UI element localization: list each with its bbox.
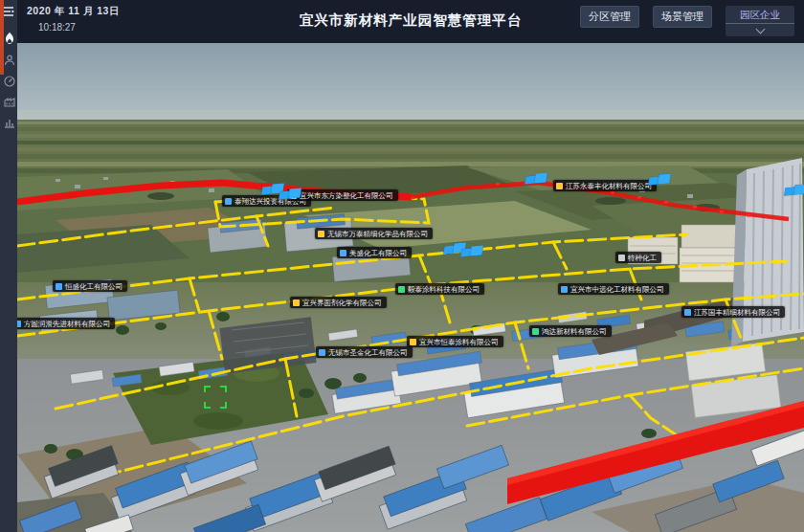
- factory-marker-icon: [398, 286, 405, 293]
- highlighted-building-marker[interactable]: [525, 173, 548, 186]
- company-label-text: 方圆润滑先进材料有限公司: [24, 320, 110, 328]
- company-label-text: 宜兴市中远化工材料有限公司: [570, 285, 664, 294]
- company-label[interactable]: 无锡市万泰精细化学品有限公司: [315, 228, 433, 239]
- company-label-text: 特种化工: [628, 254, 657, 262]
- company-label-text: 无锡市万泰精细化学品有限公司: [327, 230, 428, 238]
- user-icon[interactable]: [2, 53, 16, 67]
- factory-icon[interactable]: [2, 94, 16, 108]
- flame-icon[interactable]: [2, 31, 16, 45]
- company-label[interactable]: 宜兴市恒泰涂料有限公司: [407, 336, 503, 347]
- company-label[interactable]: 鸿达新材料有限公司: [529, 325, 612, 337]
- company-label[interactable]: 特种化工: [615, 252, 661, 263]
- highlighted-building-marker[interactable]: [461, 246, 484, 258]
- left-sidebar: [0, 0, 17, 532]
- zone-management-button[interactable]: 分区管理: [580, 6, 639, 28]
- company-label[interactable]: 江苏永泰丰化材料有限公司: [553, 180, 657, 191]
- factory-marker-icon: [532, 328, 539, 335]
- company-label-text: 江苏国丰精细材料有限公司: [694, 308, 780, 317]
- company-label-text: 江苏永泰丰化材料有限公司: [566, 182, 652, 190]
- chevron-down-icon: [755, 25, 765, 34]
- company-label[interactable]: 宜兴市中远化工材料有限公司: [558, 283, 669, 295]
- company-label[interactable]: 方圆润滑先进材料有限公司: [17, 318, 115, 329]
- company-label[interactable]: 恒盛化工有限公司: [53, 280, 127, 292]
- highlighted-building-marker[interactable]: [279, 188, 302, 201]
- company-label-text: 毅泰涂料科技有限公司: [408, 285, 480, 294]
- factory-marker-icon: [340, 250, 346, 256]
- company-label[interactable]: 毅泰涂料科技有限公司: [395, 283, 484, 295]
- factory-marker-icon: [17, 321, 21, 327]
- factory-marker-icon: [410, 339, 416, 345]
- factory-marker-icon: [319, 349, 325, 356]
- label-layer: 泰翔达兴投资有限公司宜兴市东方染整化工有限公司无锡市万泰精细化学品有限公司美盛化…: [17, 43, 804, 532]
- factory-marker-icon: [684, 309, 691, 316]
- highlighted-building-marker[interactable]: [649, 174, 672, 187]
- factory-marker-icon: [556, 183, 563, 189]
- company-label-text: 美盛化工有限公司: [349, 249, 407, 257]
- bar-chart-icon[interactable]: [2, 115, 16, 129]
- company-label-text: 宜兴市东方染整化工有限公司: [300, 191, 393, 200]
- header-actions: 分区管理 场景管理 园区企业: [580, 6, 794, 36]
- menu-icon[interactable]: [2, 4, 16, 18]
- gauge-icon[interactable]: [2, 74, 16, 88]
- company-label[interactable]: 宜兴市东方染整化工有限公司: [287, 189, 398, 201]
- park-enterprise-dropdown[interactable]: 园区企业: [726, 6, 794, 36]
- company-label[interactable]: 无锡市圣金化工有限公司: [316, 346, 413, 358]
- factory-marker-icon: [618, 255, 625, 261]
- factory-marker-icon: [318, 231, 324, 237]
- company-label[interactable]: 宜兴界面剂化学有限公司: [290, 297, 387, 308]
- top-header-bar: 2020 年 11 月 13日 10:18:27 宜兴市新材料产业园智慧管理平台…: [17, 0, 804, 43]
- company-label-text: 恒盛化工有限公司: [65, 282, 123, 291]
- smart-park-platform-window: 2020 年 11 月 13日 10:18:27 宜兴市新材料产业园智慧管理平台…: [0, 0, 804, 532]
- company-label-text: 鸿达新材料有限公司: [542, 327, 607, 336]
- scene-management-button[interactable]: 场景管理: [653, 6, 712, 28]
- company-label-text: 宜兴市恒泰涂料有限公司: [419, 338, 499, 346]
- park-enterprise-label: 园区企业: [740, 8, 780, 21]
- company-label[interactable]: 江苏国丰精细材料有限公司: [681, 306, 785, 318]
- factory-marker-icon: [293, 299, 300, 306]
- highlighted-building-marker[interactable]: [785, 185, 804, 197]
- map-3d-viewport[interactable]: 泰翔达兴投资有限公司宜兴市东方染整化工有限公司无锡市万泰精细化学品有限公司美盛化…: [17, 43, 804, 532]
- factory-marker-icon: [561, 286, 568, 293]
- factory-marker-icon: [56, 283, 62, 290]
- company-label-text: 宜兴界面剂化学有限公司: [302, 299, 382, 307]
- company-label[interactable]: 美盛化工有限公司: [337, 247, 412, 258]
- company-label-text: 无锡市圣金化工有限公司: [328, 348, 408, 357]
- factory-marker-icon: [225, 198, 232, 205]
